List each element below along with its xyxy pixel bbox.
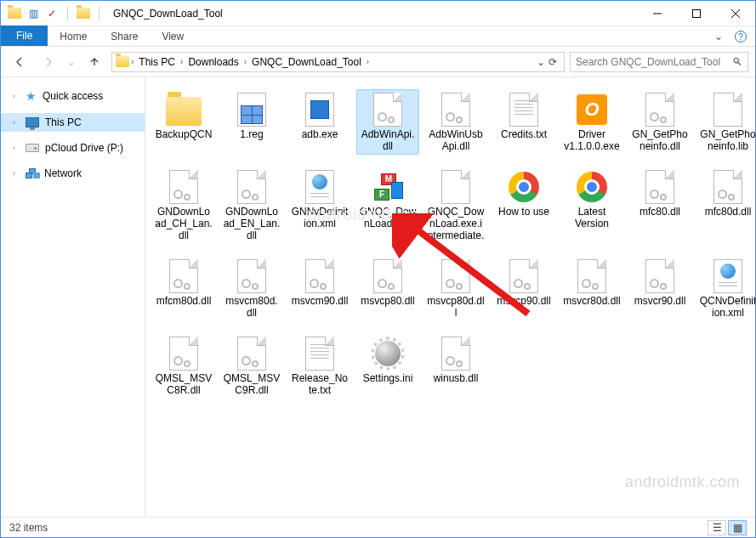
file-icon [163,336,204,371]
properties-icon[interactable]: ▥ [26,7,40,20]
file-item[interactable]: How to use [492,167,555,244]
navigation-pane: › ★ Quick access › This PC › pCloud Driv… [1,77,145,517]
file-item[interactable]: QCNvDefinition.xml [696,256,755,321]
tab-file[interactable]: File [1,25,48,46]
file-item[interactable]: msvcp80d.dll [424,256,487,321]
icons-view-button[interactable]: ▦ [728,520,747,535]
network-icon [26,168,38,178]
file-item[interactable]: mfcm80d.dll [152,256,215,321]
file-icon [367,258,408,294]
chevron-right-icon[interactable]: › [180,57,183,66]
file-item[interactable]: winusb.dll [424,333,487,399]
drive-icon [26,144,39,152]
file-item[interactable]: AdbWinApi.dll [356,89,419,155]
file-icon [708,92,748,127]
file-item[interactable]: AdbWinUsbApi.dll [424,89,487,155]
file-label: Driver v1.1.0.0.exe [563,128,621,152]
breadcrumb[interactable]: › This PC › Downloads › GNQC_DownLoad_To… [111,52,565,72]
sidebar-item-network[interactable]: › Network [1,164,145,183]
sidebar-item-label: This PC [45,116,82,128]
tab-view[interactable]: View [150,27,196,46]
chevron-right-icon[interactable]: › [244,57,247,66]
file-item[interactable]: ODriver v1.1.0.0.exe [560,89,623,155]
file-pane[interactable]: androidmtk.com BackupQCN1.regadb.exeAdbW… [145,77,755,517]
file-item[interactable]: GNDownLoad_EN_Lan.dll [220,167,283,244]
file-item[interactable]: MFGNQC_DownLoad.exe [356,167,419,244]
file-label: mfcm80d.dll [156,295,212,307]
refresh-icon[interactable]: ⟳ [549,56,557,68]
file-item[interactable]: adb.exe [288,89,351,155]
tab-share[interactable]: Share [99,27,150,46]
up-button[interactable] [82,50,106,74]
file-item[interactable]: mfc80d.dll [696,167,755,244]
file-item[interactable]: GNQC_DownLoad.exe.intermediate.manif... [424,167,487,244]
sidebar-item-label: pCloud Drive (P:) [45,142,123,154]
back-button[interactable] [8,50,31,74]
tab-home[interactable]: Home [48,27,99,46]
file-item[interactable]: Settings.ini [356,333,419,399]
recent-dropdown-icon[interactable]: ⌄ [65,50,77,74]
breadcrumb-folder[interactable]: GNQC_DownLoad_Tool [248,54,365,70]
file-item[interactable]: QMSL_MSVC8R.dll [152,333,215,399]
close-button[interactable] [716,1,755,26]
sidebar-item-pcloud[interactable]: › pCloud Drive (P:) [1,139,145,157]
file-item[interactable]: GN_GetPhoneinfo.dll [628,89,691,155]
file-item[interactable]: GNNvDefinition.xml [288,167,351,244]
file-icon [435,258,476,294]
file-item[interactable]: Latest Version [560,167,623,244]
file-item[interactable]: QMSL_MSVC9R.dll [220,333,283,399]
file-item[interactable]: Release_Note.txt [288,333,351,399]
file-item[interactable]: BackupQCN [152,89,215,155]
dropdown-icon[interactable]: ⌄ [537,56,545,68]
details-view-button[interactable]: ☰ [708,520,726,535]
file-label: Latest Version [563,206,621,229]
file-item[interactable]: msvcp90.dll [492,256,555,321]
file-icon [435,169,476,205]
chevron-right-icon[interactable]: › [131,57,134,66]
item-count: 32 items [9,522,48,534]
file-label: winusb.dll [434,372,479,384]
watermark: androidmtk.com [625,473,740,491]
file-item[interactable]: msvcp80.dll [356,256,419,321]
file-item[interactable]: msvcm80d.dll [220,256,283,321]
file-label: mfc80d.dll [705,206,752,218]
file-icon [435,336,476,371]
sidebar-item-quickaccess[interactable]: › ★ Quick access [1,86,145,106]
file-icon [163,258,204,294]
file-label: msvcr80d.dll [563,295,620,307]
maximize-button[interactable] [677,1,716,26]
expand-ribbon-icon[interactable]: ⌄ [714,31,723,42]
file-item[interactable]: mfc80.dll [628,167,691,244]
file-icon [231,336,272,371]
checkmark-icon[interactable]: ✓ [45,7,59,20]
folder-icon [8,7,21,20]
breadcrumb-downloads[interactable]: Downloads [185,54,242,70]
file-label: Credits.txt [501,128,547,140]
file-label: GN_GetPhoneinfo.lib [699,128,755,152]
file-item[interactable]: GN_GetPhoneinfo.lib [696,89,755,155]
status-bar: 32 items ☰ ▦ [1,517,755,537]
file-icon [163,169,204,205]
minimize-button[interactable] [638,1,677,26]
chevron-right-icon[interactable]: › [367,57,369,66]
file-label: GNQC_DownLoad.exe [359,206,417,229]
sidebar-item-thispc[interactable]: › This PC [1,113,145,132]
file-icon [503,92,544,127]
file-label: msvcm80d.dll [223,295,281,319]
file-item[interactable]: 1.reg [220,89,283,155]
file-label: GNNvDefinition.xml [291,206,349,229]
file-item[interactable]: GNDownLoad_CH_Lan.dll [152,167,215,244]
chevron-right-icon: › [13,144,20,152]
chevron-right-icon: › [13,92,20,100]
file-item[interactable]: msvcr80d.dll [560,256,623,321]
file-item[interactable]: Credits.txt [492,89,555,155]
file-item[interactable]: msvcm90.dll [288,256,351,321]
file-item[interactable]: msvcr90.dll [628,256,691,321]
file-label: GNDownLoad_EN_Lan.dll [223,206,281,241]
breadcrumb-thispc[interactable]: This PC [135,54,179,70]
help-icon[interactable]: ? [735,31,747,42]
search-input[interactable]: Search GNQC_DownLoad_Tool 🔍︎ [570,52,748,72]
forward-button[interactable] [37,50,60,74]
window-controls [638,1,755,26]
file-label: mfc80.dll [639,206,680,218]
